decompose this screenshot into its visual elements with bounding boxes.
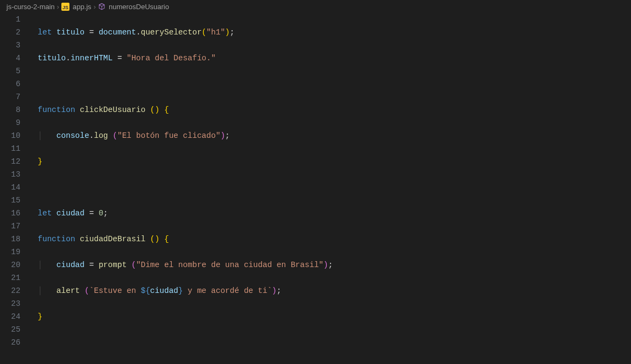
code-line[interactable] bbox=[30, 336, 631, 349]
code-line[interactable]: titulo.innerHTML = "Hora del Desafío." bbox=[30, 52, 631, 65]
line-number: 2 bbox=[0, 26, 20, 39]
line-number: 15 bbox=[0, 194, 20, 207]
line-number: 13 bbox=[0, 168, 20, 181]
symbol-variable-icon bbox=[98, 3, 106, 10]
line-number: 14 bbox=[0, 181, 20, 194]
code-line[interactable] bbox=[30, 78, 631, 90]
line-number-gutter: 1 2 3 4 5 6 7 8 9 10 11 12 13 14 15 16 1… bbox=[0, 13, 30, 364]
line-number: 21 bbox=[0, 271, 20, 284]
chevron-right-icon: › bbox=[94, 3, 96, 11]
breadcrumb-folder[interactable]: js-curso-2-main bbox=[6, 3, 55, 11]
line-number: 17 bbox=[0, 220, 20, 233]
code-line[interactable]: function clickDeUsuario () { bbox=[30, 103, 631, 116]
breadcrumb-file[interactable]: app.js bbox=[73, 3, 92, 11]
code-line[interactable]: function mensajeDeAlerta () { bbox=[30, 362, 631, 364]
line-number: 16 bbox=[0, 207, 20, 220]
line-number: 4 bbox=[0, 52, 20, 65]
line-number: 12 bbox=[0, 155, 20, 168]
breadcrumb[interactable]: js-curso-2-main › JS app.js › numerosDeU… bbox=[0, 0, 631, 13]
code-area[interactable]: let titulo = document.querySelector("h1"… bbox=[30, 13, 631, 364]
line-number: 3 bbox=[0, 39, 20, 52]
line-number: 8 bbox=[0, 103, 20, 116]
line-number: 1 bbox=[0, 13, 20, 26]
line-number: 20 bbox=[0, 258, 20, 271]
line-number: 26 bbox=[0, 336, 20, 349]
line-number: 19 bbox=[0, 246, 20, 258]
line-number: 7 bbox=[0, 90, 20, 103]
line-number: 6 bbox=[0, 78, 20, 90]
line-number: 25 bbox=[0, 323, 20, 336]
line-number: 24 bbox=[0, 310, 20, 323]
code-line[interactable]: } bbox=[30, 155, 631, 168]
code-line[interactable] bbox=[30, 181, 631, 194]
chevron-right-icon: › bbox=[57, 3, 59, 11]
code-line[interactable]: │ console.log ("El botón fue clicado"); bbox=[30, 129, 631, 142]
line-number: 18 bbox=[0, 233, 20, 246]
code-line[interactable]: function ciudadDeBrasil () { bbox=[30, 233, 631, 246]
line-number: 9 bbox=[0, 116, 20, 129]
line-number: 22 bbox=[0, 284, 20, 297]
code-line[interactable]: let ciudad = 0; bbox=[30, 207, 631, 220]
code-line[interactable]: let titulo = document.querySelector("h1"… bbox=[30, 26, 631, 39]
breadcrumb-symbol[interactable]: numerosDeUsuario bbox=[109, 3, 169, 11]
line-number: 11 bbox=[0, 142, 20, 155]
js-file-icon: JS bbox=[61, 3, 69, 11]
code-editor[interactable]: 1 2 3 4 5 6 7 8 9 10 11 12 13 14 15 16 1… bbox=[0, 13, 631, 364]
code-line[interactable]: } bbox=[30, 310, 631, 323]
code-line[interactable]: │ ciudad = prompt ("Dime el nombre de un… bbox=[30, 258, 631, 271]
line-number: 23 bbox=[0, 297, 20, 310]
line-number: 5 bbox=[0, 65, 20, 78]
line-number: 10 bbox=[0, 129, 20, 142]
code-line[interactable]: │ alert (`Estuve en ${ciudad} y me acord… bbox=[30, 284, 631, 297]
